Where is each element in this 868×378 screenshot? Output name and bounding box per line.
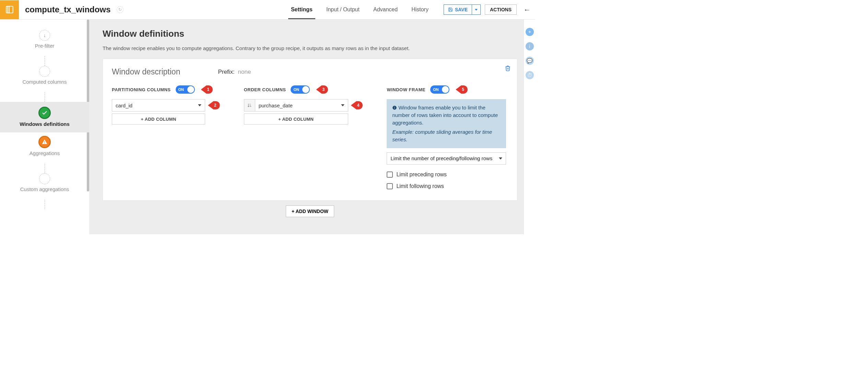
sort-direction-button[interactable] bbox=[244, 99, 255, 111]
checkbox-icon bbox=[387, 183, 393, 189]
page-title: Window definitions bbox=[103, 28, 517, 39]
toggle-knob bbox=[187, 86, 194, 93]
frame-title: WINDOW FRAME bbox=[387, 87, 425, 92]
order-column-select[interactable]: purchase_date bbox=[255, 99, 348, 111]
step-warn-icon bbox=[38, 136, 51, 148]
step-label: Pre-filter bbox=[35, 43, 55, 49]
chevron-down-icon bbox=[475, 9, 478, 11]
frame-limit-select[interactable]: Limit the number of preceding/following … bbox=[387, 152, 506, 165]
toggle-knob bbox=[302, 86, 309, 93]
svg-rect-9 bbox=[395, 107, 395, 107]
actions-button[interactable]: ACTIONS bbox=[485, 4, 517, 15]
main-panel: Window definitions The window recipe ena… bbox=[90, 20, 524, 234]
info-icon bbox=[392, 105, 397, 110]
step-circle-icon: ↓ bbox=[39, 30, 50, 41]
step-connector bbox=[45, 164, 45, 173]
annotation-marker-4: 4 bbox=[351, 101, 363, 109]
toggle-label: ON bbox=[178, 87, 184, 92]
add-order-column-button[interactable]: + ADD COLUMN bbox=[244, 114, 348, 125]
step-connector bbox=[45, 92, 45, 102]
step-ok-icon bbox=[38, 107, 51, 119]
prefix-label: Prefix: bbox=[218, 69, 234, 75]
step-label: Computed columns bbox=[22, 79, 67, 85]
right-rail: ＋ i 💬 ⏱ bbox=[524, 20, 535, 234]
step-connector bbox=[45, 56, 45, 66]
annotation-marker-5: 5 bbox=[456, 85, 468, 94]
page-description: The window recipe enables you to compute… bbox=[103, 45, 517, 51]
step-label: Aggregations bbox=[30, 150, 60, 156]
top-tabs: Settings Input / Output Advanced History bbox=[284, 0, 435, 19]
checkbox-icon bbox=[387, 172, 393, 178]
add-partition-column-button[interactable]: + ADD COLUMN bbox=[112, 114, 205, 125]
save-button[interactable]: SAVE bbox=[444, 4, 472, 15]
frame-toggle[interactable]: ON bbox=[430, 85, 449, 94]
step-label: Windows definitions bbox=[20, 121, 70, 127]
select-value: purchase_date bbox=[259, 103, 293, 108]
trash-icon bbox=[505, 65, 511, 71]
partitioning-block: PARTITIONING COLUMNS ON 1 card_id bbox=[112, 85, 220, 125]
step-label: Custom aggregations bbox=[20, 186, 69, 192]
app-logo[interactable] bbox=[0, 0, 19, 19]
partition-column-select[interactable]: card_id bbox=[112, 99, 205, 111]
step-computed-columns[interactable]: Computed columns bbox=[0, 66, 89, 92]
checkbox-label: Limit following rows bbox=[396, 183, 444, 189]
partitioning-toggle[interactable]: ON bbox=[176, 85, 195, 94]
refresh-icon[interactable]: ↻ bbox=[117, 6, 124, 13]
annotation-marker-3: 3 bbox=[316, 85, 328, 94]
rail-discuss-icon[interactable]: 💬 bbox=[526, 57, 534, 65]
step-connector bbox=[45, 200, 45, 209]
info-text: Window frames enable you to limit the nu… bbox=[392, 105, 498, 126]
select-value: card_id bbox=[116, 103, 132, 108]
partitioning-title: PARTITIONING COLUMNS bbox=[112, 87, 171, 92]
toggle-knob bbox=[442, 86, 449, 93]
save-dropdown-button[interactable] bbox=[472, 4, 481, 15]
add-window-button[interactable]: + ADD WINDOW bbox=[286, 205, 334, 217]
card-heading: Window description bbox=[112, 67, 180, 76]
steps-sidebar: ↓ Pre-filter Computed columns Windows de… bbox=[0, 20, 90, 234]
prefix-display[interactable]: Prefix: none bbox=[218, 69, 251, 75]
window-card: Window description Prefix: none PARTITIO… bbox=[103, 59, 517, 201]
svg-rect-3 bbox=[44, 143, 45, 144]
toggle-label: ON bbox=[433, 87, 439, 92]
recipe-title: compute_tx_windows bbox=[25, 5, 110, 14]
tab-settings[interactable]: Settings bbox=[284, 0, 319, 19]
step-aggregations[interactable]: Aggregations bbox=[0, 136, 89, 164]
order-toggle[interactable]: ON bbox=[291, 85, 310, 94]
delete-window-button[interactable] bbox=[505, 65, 511, 73]
frame-info-box: Window frames enable you to limit the nu… bbox=[387, 99, 506, 148]
chevron-down-icon bbox=[341, 104, 344, 106]
svg-rect-1 bbox=[8, 6, 9, 13]
sort-asc-icon bbox=[247, 103, 252, 108]
rail-info-icon[interactable]: i bbox=[526, 42, 534, 50]
prefix-value: none bbox=[238, 69, 251, 75]
rail-history-icon[interactable]: ⏱ bbox=[526, 71, 534, 79]
save-label: SAVE bbox=[455, 7, 468, 12]
chevron-down-icon bbox=[499, 157, 502, 160]
info-example: Example: compute sliding averages for ti… bbox=[392, 128, 501, 143]
step-circle-icon bbox=[39, 66, 50, 77]
rail-add-icon[interactable]: ＋ bbox=[526, 28, 534, 36]
annotation-marker-2: 2 bbox=[208, 101, 220, 109]
step-circle-icon bbox=[39, 173, 50, 184]
checkbox-label: Limit preceding rows bbox=[396, 172, 447, 178]
svg-rect-2 bbox=[44, 141, 45, 143]
back-arrow-icon[interactable]: ← bbox=[524, 6, 530, 14]
limit-following-checkbox[interactable]: Limit following rows bbox=[387, 183, 506, 189]
tab-history[interactable]: History bbox=[404, 0, 435, 19]
step-custom-aggregations[interactable]: Custom aggregations bbox=[0, 173, 89, 200]
order-block: ORDER COLUMNS ON 3 bbox=[244, 85, 363, 125]
step-windows-definitions[interactable]: Windows definitions bbox=[0, 102, 89, 132]
toggle-label: ON bbox=[293, 87, 299, 92]
save-icon bbox=[448, 7, 453, 12]
chevron-down-icon bbox=[198, 104, 201, 106]
order-title: ORDER COLUMNS bbox=[244, 87, 286, 92]
select-value: Limit the number of preceding/following … bbox=[390, 155, 492, 161]
limit-preceding-checkbox[interactable]: Limit preceding rows bbox=[387, 172, 506, 178]
tab-input-output[interactable]: Input / Output bbox=[319, 0, 366, 19]
step-pre-filter[interactable]: ↓ Pre-filter bbox=[0, 30, 89, 56]
save-group: SAVE bbox=[444, 4, 481, 15]
window-frame-block: WINDOW FRAME ON 5 Window frames enable y… bbox=[387, 85, 506, 192]
topbar: compute_tx_windows ↻ Settings Input / Ou… bbox=[0, 0, 535, 20]
tab-advanced[interactable]: Advanced bbox=[366, 0, 404, 19]
annotation-marker-1: 1 bbox=[201, 85, 213, 94]
